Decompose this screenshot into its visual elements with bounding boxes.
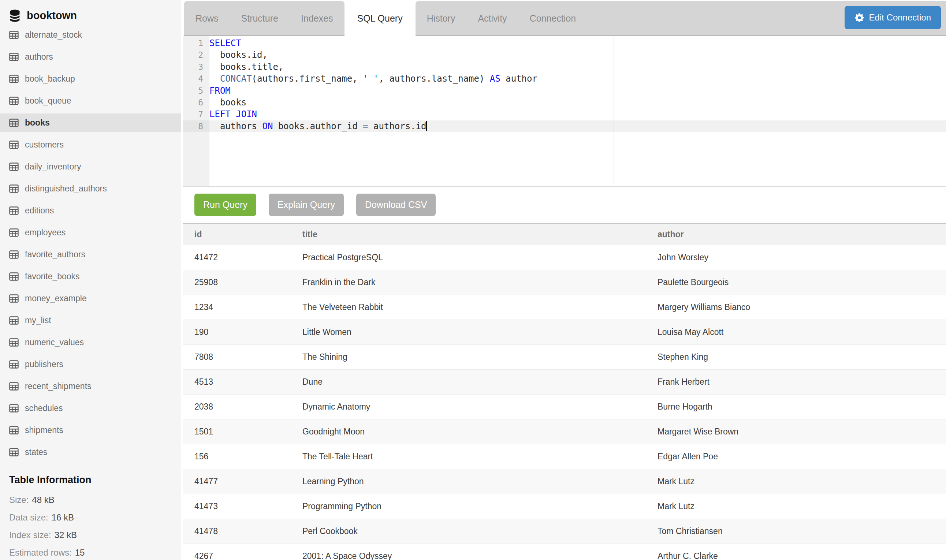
table-label: schedules: [25, 403, 63, 413]
sidebar-item-editions[interactable]: editions: [0, 200, 181, 222]
line-number: 2: [183, 49, 209, 61]
cell-author: John Worsley: [646, 252, 946, 262]
column-header-author[interactable]: author: [646, 229, 946, 239]
cell-id: 1234: [183, 302, 291, 312]
editor-line-4[interactable]: 4 CONCAT(authors.first_name, ' ', author…: [209, 73, 946, 85]
tab-rows[interactable]: Rows: [184, 1, 230, 36]
tab-activity[interactable]: Activity: [466, 1, 518, 36]
gear-icon: [854, 13, 864, 23]
tab-bar: RowsStructureIndexes SQL Query HistoryAc…: [183, 0, 946, 36]
table-icon: [9, 316, 18, 325]
table-row[interactable]: 4513DuneFrank Herbert: [183, 370, 946, 395]
editor-line-8[interactable]: 8 authors ON books.author_id = authors.i…: [209, 120, 946, 132]
info-value: 48 kB: [32, 495, 54, 505]
editor-line-3[interactable]: 3 books.title,: [209, 61, 946, 73]
table-row[interactable]: 41478Perl CookbookTom Christiansen: [183, 519, 946, 544]
sidebar-item-states[interactable]: states: [0, 441, 181, 463]
sidebar-item-employees[interactable]: employees: [0, 222, 181, 243]
table-row[interactable]: 42672001: A Space OdysseyArthur C. Clark…: [183, 544, 946, 560]
editor-line-5[interactable]: 5FROM: [209, 85, 946, 97]
table-label: shipments: [25, 425, 63, 435]
cell-id: 156: [183, 452, 291, 462]
info-value: 32 kB: [55, 530, 77, 540]
table-row[interactable]: 25908Franklin in the DarkPaulette Bourge…: [183, 270, 946, 295]
table-label: distinguished_authors: [25, 184, 107, 194]
cell-author: Frank Herbert: [646, 377, 946, 387]
info-label: Index size:: [9, 530, 51, 540]
tab-indexes[interactable]: Indexes: [289, 1, 345, 36]
cell-title: Learning Python: [291, 477, 646, 486]
sidebar-item-book_queue[interactable]: book_queue: [0, 90, 181, 112]
info-row: Data size:16 kB: [0, 509, 181, 526]
sidebar-item-recent_shipments[interactable]: recent_shipments: [0, 375, 181, 397]
sql-editor[interactable]: 1SELECT2 books.id,3 books.title,4 CONCAT…: [183, 36, 946, 187]
table-icon: [9, 228, 18, 237]
app-window: booktown alternate_stockauthorsbook_back…: [0, 0, 946, 560]
sidebar-item-customers[interactable]: customers: [0, 134, 181, 155]
table-icon: [9, 448, 18, 457]
table-row[interactable]: 1234The Velveteen RabbitMargery Williams…: [183, 295, 946, 320]
main-content: RowsStructureIndexes SQL Query HistoryAc…: [183, 0, 946, 560]
sidebar-item-favorite_authors[interactable]: favorite_authors: [0, 243, 181, 265]
cell-title: 2001: A Space Odyssey: [291, 551, 646, 560]
sidebar-item-alternate_stock[interactable]: alternate_stock: [0, 24, 181, 46]
sidebar-item-numeric_values[interactable]: numeric_values: [0, 331, 181, 353]
table-icon: [9, 338, 18, 347]
table-row[interactable]: 41477Learning PythonMark Lutz: [183, 469, 946, 494]
tab-connection[interactable]: Connection: [518, 1, 587, 36]
table-row[interactable]: 7808The ShiningStephen King: [183, 345, 946, 370]
cell-author: Louisa May Alcott: [646, 327, 946, 337]
cell-id: 1501: [183, 427, 291, 437]
editor-line-7[interactable]: 7LEFT JOIN: [209, 108, 946, 120]
cell-id: 4267: [183, 551, 291, 560]
column-header-title[interactable]: title: [291, 229, 646, 239]
table-information-panel: Size:48 kBData size:16 kBIndex size:32 k…: [0, 491, 181, 560]
table-row[interactable]: 41472Practical PostgreSQLJohn Worsley: [183, 245, 946, 270]
database-icon: [9, 9, 20, 22]
sidebar-item-books[interactable]: books: [0, 112, 181, 134]
explain-query-button[interactable]: Explain Query: [269, 194, 344, 216]
table-row[interactable]: 2038Dynamic AnatomyBurne Hogarth: [183, 395, 946, 420]
database-header[interactable]: booktown: [0, 0, 181, 24]
cell-author: Mark Lutz: [646, 477, 946, 486]
edit-connection-button[interactable]: Edit Connection: [844, 6, 941, 29]
sidebar-item-favorite_books[interactable]: favorite_books: [0, 265, 181, 287]
text-cursor: [426, 121, 427, 131]
sidebar-item-book_backup[interactable]: book_backup: [0, 68, 181, 90]
sidebar-item-publishers[interactable]: publishers: [0, 353, 181, 375]
table-label: authors: [25, 52, 53, 62]
tab-group-left: RowsStructureIndexes: [184, 1, 345, 36]
column-header-id[interactable]: id: [183, 229, 291, 239]
cell-author: Mark Lutz: [646, 502, 946, 511]
editor-line-1[interactable]: 1SELECT: [209, 37, 946, 49]
editor-line-2[interactable]: 2 books.id,: [209, 49, 946, 61]
sidebar-item-schedules[interactable]: schedules: [0, 397, 181, 419]
table-icon: [9, 31, 18, 39]
tab-structure[interactable]: Structure: [230, 1, 289, 36]
sidebar-item-distinguished_authors[interactable]: distinguished_authors: [0, 177, 181, 200]
table-label: favorite_books: [25, 272, 80, 282]
tab-sql-query[interactable]: SQL Query: [345, 1, 415, 36]
tab-history[interactable]: History: [415, 1, 467, 36]
table-icon: [9, 250, 18, 259]
download-csv-button[interactable]: Download CSV: [356, 194, 436, 216]
info-row: Size:48 kB: [0, 491, 181, 509]
table-row[interactable]: 1501Goodnight MoonMargaret Wise Brown: [183, 420, 946, 445]
sidebar-item-my_list[interactable]: my_list: [0, 309, 181, 331]
table-row[interactable]: 190Little WomenLouisa May Alcott: [183, 320, 946, 345]
cell-title: The Shining: [291, 352, 646, 362]
sidebar-item-authors[interactable]: authors: [0, 46, 181, 68]
table-label: alternate_stock: [25, 30, 82, 40]
editor-line-6[interactable]: 6 books: [209, 97, 946, 108]
line-number: 5: [183, 85, 209, 97]
table-icon: [9, 140, 18, 149]
table-row[interactable]: 156The Tell-Tale HeartEdgar Allen Poe: [183, 445, 946, 469]
info-label: Data size:: [9, 512, 48, 523]
table-icon: [9, 53, 18, 61]
table-row[interactable]: 41473Programming PythonMark Lutz: [183, 494, 946, 519]
run-query-button[interactable]: Run Query: [194, 194, 256, 216]
sidebar-item-daily_inventory[interactable]: daily_inventory: [0, 155, 181, 177]
table-icon: [9, 272, 18, 281]
sidebar-item-money_example[interactable]: money_example: [0, 287, 181, 309]
sidebar-item-shipments[interactable]: shipments: [0, 419, 181, 441]
